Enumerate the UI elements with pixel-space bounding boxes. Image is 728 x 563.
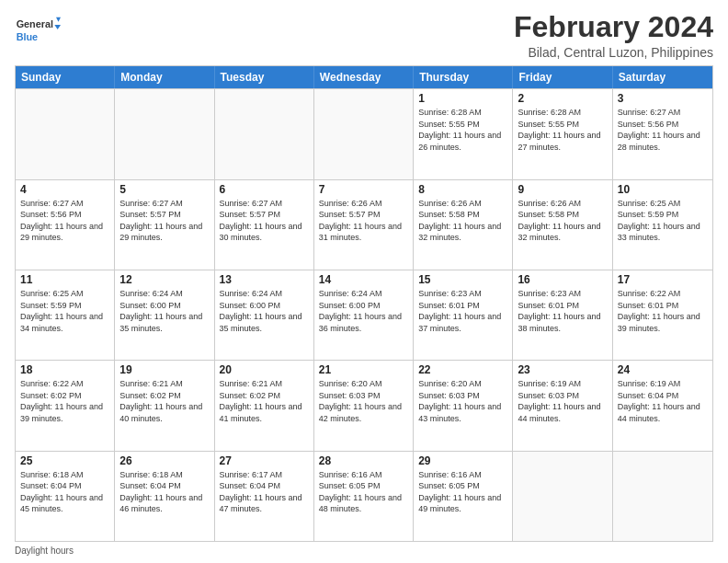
day-number: 29 xyxy=(418,454,507,467)
day-info: Sunrise: 6:24 AMSunset: 6:00 PMDaylight:… xyxy=(119,288,209,334)
calendar-cell: 26Sunrise: 6:18 AMSunset: 6:04 PMDayligh… xyxy=(115,452,214,541)
svg-marker-3 xyxy=(54,25,61,29)
day-info: Sunrise: 6:20 AMSunset: 6:03 PMDaylight:… xyxy=(319,378,408,424)
calendar-cell: 18Sunrise: 6:22 AMSunset: 6:02 PMDayligh… xyxy=(16,361,115,450)
logo: General Blue xyxy=(15,11,61,48)
day-info: Sunrise: 6:28 AMSunset: 5:55 PMDaylight:… xyxy=(418,107,507,153)
day-info: Sunrise: 6:18 AMSunset: 6:04 PMDaylight:… xyxy=(119,469,209,515)
calendar-week-2: 4Sunrise: 6:27 AMSunset: 5:56 PMDaylight… xyxy=(16,179,712,270)
calendar-cell: 19Sunrise: 6:21 AMSunset: 6:02 PMDayligh… xyxy=(115,361,214,450)
day-number: 5 xyxy=(119,183,209,196)
calendar-cell xyxy=(16,89,115,178)
day-number: 9 xyxy=(518,183,607,196)
calendar-week-4: 18Sunrise: 6:22 AMSunset: 6:02 PMDayligh… xyxy=(16,360,712,450)
svg-text:General: General xyxy=(17,18,53,29)
logo-icon: General Blue xyxy=(15,11,61,48)
calendar-header-wednesday: Wednesday xyxy=(314,66,414,88)
calendar-cell: 4Sunrise: 6:27 AMSunset: 5:56 PMDaylight… xyxy=(16,180,115,270)
calendar-cell: 27Sunrise: 6:17 AMSunset: 6:04 PMDayligh… xyxy=(215,452,314,541)
footer-label: Daylight hours xyxy=(15,546,74,556)
day-number: 8 xyxy=(418,183,507,196)
calendar-cell: 16Sunrise: 6:23 AMSunset: 6:01 PMDayligh… xyxy=(513,270,612,360)
calendar-cell xyxy=(613,452,712,541)
day-info: Sunrise: 6:26 AMSunset: 5:57 PMDaylight:… xyxy=(319,198,408,244)
day-info: Sunrise: 6:23 AMSunset: 6:01 PMDaylight:… xyxy=(418,288,507,334)
day-info: Sunrise: 6:25 AMSunset: 5:59 PMDaylight:… xyxy=(20,288,109,334)
calendar-header-tuesday: Tuesday xyxy=(215,66,314,88)
day-number: 13 xyxy=(220,273,309,286)
calendar-cell: 25Sunrise: 6:18 AMSunset: 6:04 PMDayligh… xyxy=(16,452,115,541)
day-number: 22 xyxy=(418,363,507,376)
day-number: 28 xyxy=(319,454,408,467)
day-info: Sunrise: 6:19 AMSunset: 6:03 PMDaylight:… xyxy=(518,378,607,424)
day-info: Sunrise: 6:28 AMSunset: 5:55 PMDaylight:… xyxy=(518,107,607,153)
day-info: Sunrise: 6:23 AMSunset: 6:01 PMDaylight:… xyxy=(518,288,607,334)
day-number: 4 xyxy=(20,183,109,196)
day-info: Sunrise: 6:22 AMSunset: 6:02 PMDaylight:… xyxy=(20,378,109,424)
day-number: 26 xyxy=(119,454,209,467)
calendar-cell: 29Sunrise: 6:16 AMSunset: 6:05 PMDayligh… xyxy=(414,452,513,541)
day-info: Sunrise: 6:26 AMSunset: 5:58 PMDaylight:… xyxy=(418,198,507,244)
svg-marker-2 xyxy=(56,17,61,22)
calendar-cell: 15Sunrise: 6:23 AMSunset: 6:01 PMDayligh… xyxy=(414,270,513,360)
calendar-cell: 24Sunrise: 6:19 AMSunset: 6:04 PMDayligh… xyxy=(613,361,712,450)
day-info: Sunrise: 6:19 AMSunset: 6:04 PMDaylight:… xyxy=(618,378,708,424)
calendar-header-monday: Monday xyxy=(115,66,214,88)
calendar-cell: 12Sunrise: 6:24 AMSunset: 6:00 PMDayligh… xyxy=(115,270,214,360)
calendar-cell: 20Sunrise: 6:21 AMSunset: 6:02 PMDayligh… xyxy=(215,361,314,450)
day-info: Sunrise: 6:24 AMSunset: 6:00 PMDaylight:… xyxy=(220,288,309,334)
day-number: 10 xyxy=(618,183,708,196)
day-number: 21 xyxy=(319,363,408,376)
day-number: 12 xyxy=(119,273,209,286)
day-number: 25 xyxy=(20,454,109,467)
day-number: 1 xyxy=(418,92,507,105)
day-info: Sunrise: 6:27 AMSunset: 5:57 PMDaylight:… xyxy=(220,198,309,244)
day-info: Sunrise: 6:25 AMSunset: 5:59 PMDaylight:… xyxy=(618,198,708,244)
svg-text:Blue: Blue xyxy=(17,31,38,42)
calendar-cell: 28Sunrise: 6:16 AMSunset: 6:05 PMDayligh… xyxy=(314,452,414,541)
footer: Daylight hours xyxy=(15,546,713,556)
calendar-header: SundayMondayTuesdayWednesdayThursdayFrid… xyxy=(16,66,712,88)
calendar-cell xyxy=(115,89,214,178)
day-info: Sunrise: 6:26 AMSunset: 5:58 PMDaylight:… xyxy=(518,198,607,244)
calendar-cell: 11Sunrise: 6:25 AMSunset: 5:59 PMDayligh… xyxy=(16,270,115,360)
calendar-cell: 1Sunrise: 6:28 AMSunset: 5:55 PMDaylight… xyxy=(414,89,513,178)
calendar-cell: 8Sunrise: 6:26 AMSunset: 5:58 PMDaylight… xyxy=(414,180,513,270)
day-info: Sunrise: 6:18 AMSunset: 6:04 PMDaylight:… xyxy=(20,469,109,515)
calendar-header-saturday: Saturday xyxy=(613,66,712,88)
day-info: Sunrise: 6:27 AMSunset: 5:56 PMDaylight:… xyxy=(618,107,708,153)
page-title: February 2024 xyxy=(514,11,713,43)
calendar-cell: 6Sunrise: 6:27 AMSunset: 5:57 PMDaylight… xyxy=(215,180,314,270)
day-number: 18 xyxy=(20,363,109,376)
calendar-cell xyxy=(513,452,612,541)
day-number: 23 xyxy=(518,363,607,376)
day-number: 24 xyxy=(618,363,708,376)
day-info: Sunrise: 6:16 AMSunset: 6:05 PMDaylight:… xyxy=(319,469,408,515)
day-number: 2 xyxy=(518,92,607,105)
day-number: 15 xyxy=(418,273,507,286)
calendar-cell: 13Sunrise: 6:24 AMSunset: 6:00 PMDayligh… xyxy=(215,270,314,360)
calendar-cell: 22Sunrise: 6:20 AMSunset: 6:03 PMDayligh… xyxy=(414,361,513,450)
day-number: 27 xyxy=(220,454,309,467)
calendar-cell: 2Sunrise: 6:28 AMSunset: 5:55 PMDaylight… xyxy=(513,89,612,178)
day-info: Sunrise: 6:21 AMSunset: 6:02 PMDaylight:… xyxy=(220,378,309,424)
day-info: Sunrise: 6:21 AMSunset: 6:02 PMDaylight:… xyxy=(119,378,209,424)
calendar-cell xyxy=(314,89,414,178)
calendar-cell: 14Sunrise: 6:24 AMSunset: 6:00 PMDayligh… xyxy=(314,270,414,360)
day-number: 6 xyxy=(220,183,309,196)
calendar-cell: 7Sunrise: 6:26 AMSunset: 5:57 PMDaylight… xyxy=(314,180,414,270)
calendar-cell: 17Sunrise: 6:22 AMSunset: 6:01 PMDayligh… xyxy=(613,270,712,360)
calendar-cell: 10Sunrise: 6:25 AMSunset: 5:59 PMDayligh… xyxy=(613,180,712,270)
calendar-body: 1Sunrise: 6:28 AMSunset: 5:55 PMDaylight… xyxy=(16,88,712,541)
page-subtitle: Bilad, Central Luzon, Philippines xyxy=(514,45,713,60)
calendar-header-friday: Friday xyxy=(513,66,612,88)
calendar-header-thursday: Thursday xyxy=(414,66,513,88)
day-number: 7 xyxy=(319,183,408,196)
calendar-header-sunday: Sunday xyxy=(16,66,115,88)
day-number: 3 xyxy=(618,92,708,105)
day-info: Sunrise: 6:20 AMSunset: 6:03 PMDaylight:… xyxy=(418,378,507,424)
day-info: Sunrise: 6:24 AMSunset: 6:00 PMDaylight:… xyxy=(319,288,408,334)
day-number: 11 xyxy=(20,273,109,286)
calendar-cell xyxy=(215,89,314,178)
calendar: SundayMondayTuesdayWednesdayThursdayFrid… xyxy=(15,65,713,542)
